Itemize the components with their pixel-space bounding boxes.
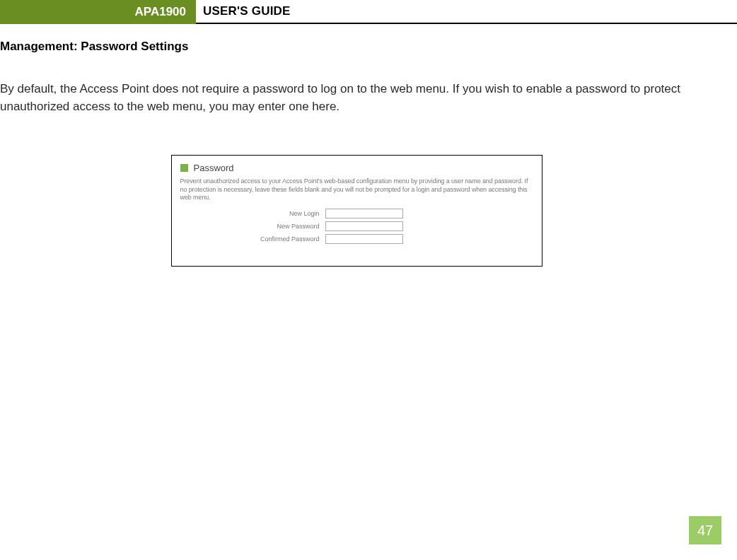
panel-title-row: Password (180, 163, 533, 173)
document-title-wrap: USER'S GUIDE (196, 0, 737, 24)
panel-bullet-icon (180, 164, 188, 172)
panel-title: Password (194, 163, 234, 173)
input-new-password[interactable] (325, 221, 403, 231)
input-confirm-password[interactable] (325, 234, 403, 244)
section-heading: Management: Password Settings (0, 40, 713, 54)
label-confirm-password: Confirmed Password (244, 235, 325, 243)
password-panel: Password Prevent unauthorized access to … (171, 155, 542, 267)
document-header: APA1900 USER'S GUIDE (0, 0, 737, 24)
product-badge: APA1900 (0, 0, 196, 24)
panel-form: New Login New Password Confirmed Passwor… (244, 209, 533, 244)
intro-paragraph: By default, the Access Point does not re… (0, 81, 713, 115)
page-number-badge: 47 (689, 516, 721, 544)
row-new-password: New Password (244, 221, 533, 231)
document-title: USER'S GUIDE (203, 4, 291, 18)
page-number: 47 (697, 523, 713, 539)
panel-description: Prevent unauthorized access to your Acce… (180, 177, 533, 202)
input-new-login[interactable] (325, 209, 403, 218)
label-new-password: New Password (244, 223, 325, 230)
row-confirm-password: Confirmed Password (244, 234, 533, 244)
product-code: APA1900 (135, 5, 186, 19)
row-new-login: New Login (244, 209, 533, 218)
label-new-login: New Login (244, 210, 325, 217)
